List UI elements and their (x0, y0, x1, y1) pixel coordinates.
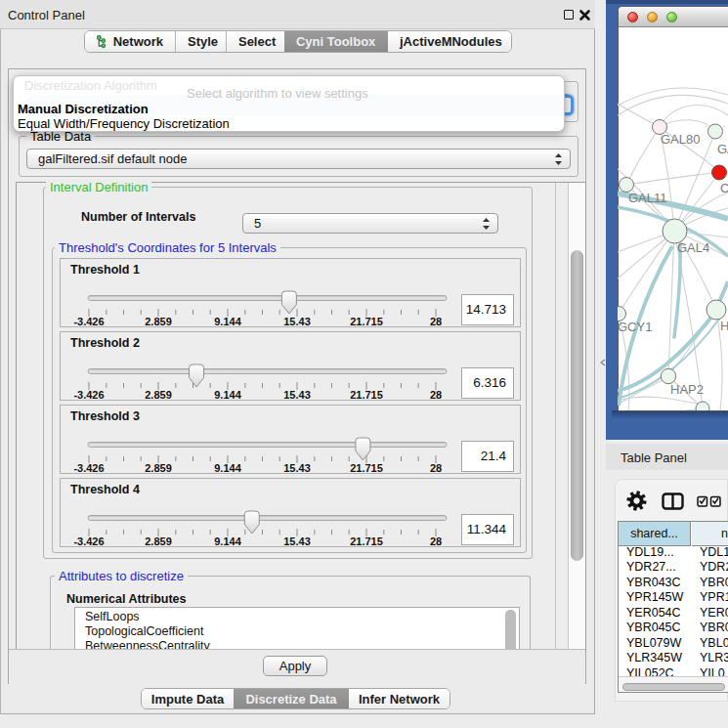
svg-text:-3.426: -3.426 (73, 316, 104, 327)
svg-text:9.144: 9.144 (214, 389, 241, 401)
svg-text:2.859: 2.859 (145, 316, 172, 327)
svg-text:21.715: 21.715 (350, 462, 383, 474)
svg-text:9.144: 9.144 (214, 316, 241, 327)
svg-text:GCY1: GCY1 (618, 320, 652, 334)
svg-text:21.715: 21.715 (350, 535, 383, 547)
svg-text:9.144: 9.144 (214, 535, 241, 547)
svg-text:2.859: 2.859 (145, 389, 172, 401)
svg-text:15.43: 15.43 (283, 389, 311, 401)
svg-text:28: 28 (430, 389, 442, 401)
svg-text:HAP2: HAP2 (670, 382, 704, 397)
svg-text:28: 28 (430, 535, 442, 547)
svg-text:HAP1: HAP1 (720, 319, 728, 333)
svg-text:28: 28 (430, 462, 442, 474)
svg-text:15.43: 15.43 (283, 316, 311, 327)
svg-text:15.43: 15.43 (283, 535, 311, 547)
svg-text:28: 28 (430, 316, 442, 327)
svg-text:15.43: 15.43 (283, 462, 311, 474)
svg-text:-3.426: -3.426 (73, 462, 104, 474)
svg-text:CYC8: CYC8 (720, 181, 728, 195)
svg-text:GAL80: GAL80 (661, 132, 700, 147)
svg-text:2.859: 2.859 (145, 535, 172, 547)
svg-text:21.715: 21.715 (350, 316, 383, 327)
svg-text:2.859: 2.859 (145, 462, 172, 474)
svg-text:21.715: 21.715 (350, 389, 383, 401)
svg-text:9.144: 9.144 (214, 462, 241, 474)
svg-text:GAL3: GAL3 (717, 142, 728, 156)
svg-text:-3.426: -3.426 (73, 535, 104, 547)
svg-text:GAL4: GAL4 (677, 240, 709, 255)
svg-text:GAL11: GAL11 (628, 191, 667, 205)
svg-text:-3.426: -3.426 (73, 389, 104, 401)
